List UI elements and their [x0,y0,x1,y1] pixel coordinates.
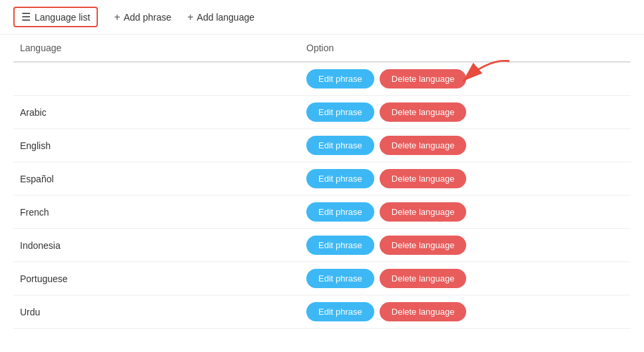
add-phrase-icon: + [114,11,120,23]
option-cell: Edit phraseDelete language [300,229,631,262]
col-option-header: Option [300,35,631,62]
language-cell: Urdu [13,295,300,329]
option-cell: Edit phraseDelete language [300,196,631,229]
delete-language-button[interactable]: Delete language [380,302,467,321]
language-list-brand[interactable]: ☰ Language list [13,7,98,27]
button-group: Edit phraseDelete language [306,69,624,88]
option-cell: Edit phraseDelete language [300,295,631,329]
language-cell: English [13,129,300,162]
add-language-icon: + [187,11,193,23]
edit-phrase-button[interactable]: Edit phrase [306,102,374,122]
button-group: Edit phraseDelete language [306,136,624,155]
table-row: UrduEdit phraseDelete language [13,295,631,329]
language-cell: Portuguese [13,262,300,295]
delete-language-button[interactable]: Delete language [380,269,467,288]
button-group: Edit phraseDelete language [306,269,624,288]
edit-phrase-button[interactable]: Edit phrase [306,136,374,155]
option-cell: Edit phraseDelete language [300,262,631,295]
option-cell: Edit phraseDelete language [300,129,631,162]
add-language-link[interactable]: + Add language [187,11,254,23]
brand-label: Language list [35,12,90,23]
table-header-row: Language Option [13,35,631,62]
delete-language-button[interactable]: Delete language [380,102,467,122]
table-row: FrenchEdit phraseDelete language [13,196,631,229]
delete-language-button[interactable]: Delete language [380,69,467,88]
delete-language-button[interactable]: Delete language [380,202,467,222]
table-row: ArabicEdit phraseDelete language [13,96,631,129]
language-table: Language Option Edit phraseDelete langua… [13,35,631,329]
add-phrase-link[interactable]: + Add phrase [114,11,171,23]
language-cell: Arabic [13,96,300,129]
edit-phrase-button[interactable]: Edit phrase [306,269,374,288]
language-cell: French [13,196,300,229]
table-row: PortugueseEdit phraseDelete language [13,262,631,295]
button-group: Edit phraseDelete language [306,169,624,188]
button-group: Edit phraseDelete language [306,236,624,255]
edit-phrase-button[interactable]: Edit phrase [306,302,374,321]
option-cell: Edit phraseDelete language [300,96,631,129]
option-cell: Edit phraseDelete language [300,62,631,96]
table-row: EspañolEdit phraseDelete language [13,162,631,196]
button-group: Edit phraseDelete language [306,302,624,321]
table-row: IndonesiaEdit phraseDelete language [13,229,631,262]
language-table-wrapper: Language Option Edit phraseDelete langua… [0,35,644,329]
button-group: Edit phraseDelete language [306,202,624,222]
table-row: EnglishEdit phraseDelete language [13,129,631,162]
delete-language-button[interactable]: Delete language [380,169,467,188]
button-group: Edit phraseDelete language [306,102,624,122]
language-cell [13,62,300,96]
edit-phrase-button[interactable]: Edit phrase [306,169,374,188]
navbar: ☰ Language list + Add phrase + Add langu… [0,0,644,35]
delete-language-button[interactable]: Delete language [380,136,467,155]
add-phrase-label: Add phrase [124,12,172,23]
language-cell: Español [13,162,300,196]
language-cell: Indonesia [13,229,300,262]
edit-phrase-button[interactable]: Edit phrase [306,69,374,88]
edit-phrase-button[interactable]: Edit phrase [306,236,374,255]
hamburger-icon: ☰ [21,11,31,23]
delete-language-button[interactable]: Delete language [380,236,467,255]
edit-phrase-button[interactable]: Edit phrase [306,202,374,222]
add-language-label: Add language [197,12,254,23]
option-cell: Edit phraseDelete language [300,162,631,196]
col-language-header: Language [13,35,300,62]
table-row: Edit phraseDelete language [13,62,631,96]
